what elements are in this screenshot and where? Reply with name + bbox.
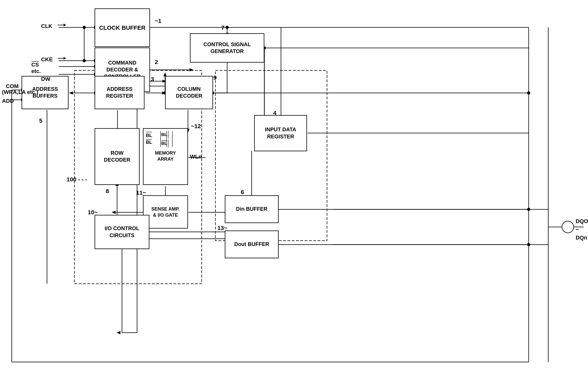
svg-marker-16 [190, 68, 194, 71]
svg-text:BL: BL [146, 133, 152, 138]
svg-marker-58 [117, 331, 120, 334]
din-buffer-label: Din BUFFER [236, 206, 267, 212]
svg-marker-83 [64, 24, 66, 26]
svg-marker-20 [69, 91, 73, 95]
control-signal-gen-label: CONTROL SIGNALGENERATOR [203, 41, 251, 55]
num-3: 3 [151, 76, 154, 83]
column-decoder-block: COLUMNDECODER [165, 76, 213, 109]
num-100: 100 - - - [67, 176, 87, 183]
circuit-diagram: CLOCK BUFFER COMMANDDECODER &CONTROLLER … [0, 0, 588, 380]
num-10: 10~ [88, 209, 98, 216]
com-label2: (WRA,LA etc.) [2, 89, 38, 95]
add-label: ADD [2, 98, 14, 104]
num-5: 5 [39, 117, 42, 124]
cke-label: CKE [41, 56, 53, 63]
row-decoder-block: ROWDECODER [95, 128, 140, 185]
num-4: 4 [273, 110, 276, 116]
svg-text:BL: BL [146, 139, 152, 145]
clk-arrow [57, 21, 67, 29]
svg-marker-61 [163, 72, 167, 76]
clock-buffer-block: CLOCK BUFFER [95, 8, 150, 47]
num-13: 13~ [217, 225, 227, 231]
svg-marker-40 [112, 211, 116, 214]
wires-layer [0, 0, 588, 380]
cs-etc-label2: etc. [31, 68, 41, 74]
dq-label: DQO~DQn [576, 217, 588, 242]
num-1: ~1 [155, 18, 161, 24]
junction-dot-1 [226, 26, 229, 29]
input-data-reg-label: INPUT DATAREGISTER [265, 126, 296, 140]
num-7: 7 [221, 24, 225, 31]
junction-dot-7 [527, 91, 530, 95]
svg-point-49 [562, 221, 574, 233]
num-9: 9 [214, 74, 217, 81]
junction-dot-9 [527, 243, 530, 246]
junction-dot-5 [83, 26, 86, 29]
num-6: 6 [241, 189, 244, 195]
sense-amp-block: SENSE AMP.& I/O GATE [143, 195, 188, 228]
num-11: 11~ [136, 190, 146, 196]
addr-register-label: ADDRESSREGISTER [106, 86, 133, 99]
clk-label: CLK [41, 23, 53, 29]
din-buffer-block: Din BUFFER [225, 195, 279, 223]
sense-amp-label: SENSE AMP.& I/O GATE [151, 206, 179, 218]
dout-buffer-label: Dout BUFFER [234, 241, 269, 248]
bl-labels: BL BL [145, 131, 180, 147]
num-2: 2 [155, 59, 158, 65]
addr-register-block: ADDRESSREGISTER [95, 76, 144, 109]
svg-marker-85 [64, 57, 66, 60]
row-decoder-label: ROWDECODER [104, 150, 130, 163]
junction-dot-8 [527, 208, 530, 211]
clock-buffer-label: CLOCK BUFFER [99, 24, 145, 32]
num-8: 8 [106, 188, 109, 194]
io-control-label: I/O CONTROLCIRCUITS [105, 225, 139, 239]
dout-buffer-block: Dout BUFFER [225, 230, 279, 258]
column-decoder-label: COLUMNDECODER [176, 86, 202, 99]
control-signal-gen-block: CONTROL SIGNALGENERATOR [190, 33, 264, 63]
num-12: ~12 [191, 123, 201, 130]
cke-arrow [57, 54, 67, 62]
cs-etc-label: CS [31, 62, 39, 68]
junction-dot-6 [83, 59, 86, 62]
io-control-block: I/O CONTROLCIRCUITS [95, 215, 149, 249]
dw-label: DW [41, 76, 50, 82]
com-label: COM [6, 83, 19, 89]
input-data-reg-block: INPUT DATAREGISTER [254, 115, 307, 151]
wln-label: WLn [190, 154, 202, 160]
